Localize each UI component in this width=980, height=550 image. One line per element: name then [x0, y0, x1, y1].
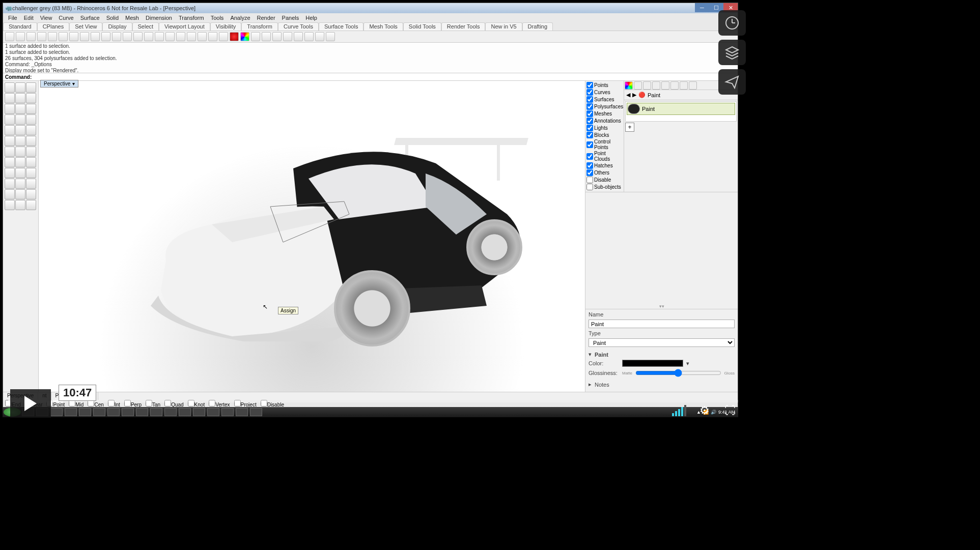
curve-icon[interactable] [26, 104, 36, 114]
filter-annotations[interactable]: Annotations [586, 118, 623, 124]
task-item[interactable] [107, 408, 120, 416]
clock-icon[interactable] [718, 10, 746, 36]
color-swatch[interactable] [622, 360, 683, 367]
extrude-icon[interactable] [5, 125, 15, 135]
settings-gear-icon[interactable]: ⚙ [696, 402, 713, 419]
cut-icon[interactable] [59, 32, 68, 41]
glossiness-slider[interactable] [635, 369, 721, 377]
zoom-icon[interactable] [112, 32, 121, 41]
filter-polysurfaces[interactable]: Polysurfaces [586, 103, 623, 110]
filter-disable[interactable]: Disable [586, 177, 623, 183]
properties-tab-icon[interactable] [634, 81, 642, 90]
solid-icon[interactable] [15, 114, 25, 125]
move-icon[interactable] [5, 157, 15, 167]
block-icon[interactable] [26, 179, 36, 189]
filter-pointclouds[interactable]: Point Clouds [586, 151, 623, 162]
copy-icon[interactable] [48, 32, 57, 41]
display-tab-icon[interactable] [652, 81, 660, 90]
rotate-icon[interactable] [15, 157, 25, 167]
menu-analyze[interactable]: Analyze [227, 15, 253, 21]
paint-icon[interactable] [26, 200, 36, 210]
section-paint-toggle[interactable]: ▾ [589, 351, 592, 358]
filter-points[interactable]: Points [586, 82, 623, 89]
menu-solid[interactable]: Solid [103, 15, 122, 21]
fullscreen-icon[interactable]: ⛶ [722, 402, 738, 419]
menu-dimension[interactable]: Dimension [143, 15, 175, 21]
menu-edit[interactable]: Edit [21, 15, 37, 21]
tab-transform[interactable]: Transform [241, 22, 278, 31]
task-item[interactable] [250, 408, 262, 416]
rotate-view-icon[interactable] [123, 32, 132, 41]
toolbar-icon-30[interactable] [315, 32, 324, 41]
pan-icon[interactable] [101, 32, 110, 41]
split-icon[interactable] [5, 147, 15, 157]
shade-icon[interactable] [176, 32, 185, 41]
menu-surface[interactable]: Surface [77, 15, 103, 21]
menu-curve[interactable]: Curve [55, 15, 76, 21]
tab-visibility[interactable]: Visibility [210, 22, 242, 31]
ungroup-icon[interactable] [15, 189, 25, 199]
render-red-icon[interactable] [230, 32, 239, 41]
filter-hatches[interactable]: Hatches [586, 162, 623, 169]
type-select[interactable]: Paint [589, 338, 735, 347]
tab-curvetools[interactable]: Curve Tools [278, 22, 319, 31]
filter-curves[interactable]: Curves [586, 89, 623, 96]
toolbar-icon-28[interactable] [294, 32, 303, 41]
forward-icon[interactable]: ▶ [632, 92, 636, 98]
trim-icon[interactable] [26, 136, 36, 146]
render-rainbow-icon[interactable] [240, 32, 249, 41]
task-item[interactable] [50, 408, 63, 416]
filter-others[interactable]: Others [586, 169, 623, 176]
grid-icon[interactable] [165, 32, 175, 41]
filter-controlpoints[interactable]: Control Points [586, 139, 623, 150]
tab-rendertools[interactable]: Render Tools [441, 22, 486, 31]
task-item[interactable] [79, 408, 91, 416]
options-icon[interactable] [187, 32, 196, 41]
filter-meshes[interactable]: Meshes [586, 110, 623, 117]
filter-surfaces[interactable]: Surfaces [586, 96, 623, 103]
hide-icon[interactable] [219, 32, 228, 41]
filter-blocks[interactable]: Blocks [586, 132, 623, 138]
hatch-icon[interactable] [15, 179, 25, 189]
dim-icon[interactable] [5, 179, 15, 189]
task-item[interactable] [207, 408, 219, 416]
menu-view[interactable]: View [37, 15, 55, 21]
menu-mesh[interactable]: Mesh [122, 15, 142, 21]
menu-panels[interactable]: Panels [279, 15, 302, 21]
task-item[interactable] [93, 408, 105, 416]
zoom-extents-icon[interactable] [133, 32, 143, 41]
zoom-window-icon[interactable] [144, 32, 153, 41]
surface-icon[interactable] [5, 114, 15, 125]
section-notes-toggle[interactable]: ▸ [589, 381, 592, 388]
minimize-button[interactable]: ─ [695, 3, 709, 12]
back-icon[interactable]: ◀ [626, 92, 630, 98]
task-item[interactable] [236, 408, 248, 416]
task-item[interactable] [136, 408, 148, 416]
tab-drafting[interactable]: Drafting [522, 22, 553, 31]
viewport-label-tab[interactable]: Perspective ▾ [40, 80, 78, 88]
globe-icon[interactable] [272, 32, 282, 41]
tab-newinv5[interactable]: New in V5 [485, 22, 522, 31]
tab-cplanes[interactable]: CPlanes [37, 22, 70, 31]
name-field[interactable] [589, 320, 735, 328]
color-dropdown-icon[interactable]: ▾ [686, 360, 689, 367]
print-icon[interactable] [37, 32, 46, 41]
sphere2-icon[interactable] [262, 32, 271, 41]
layers-tab-icon[interactable] [643, 81, 651, 90]
paste-icon[interactable] [69, 32, 78, 41]
task-item[interactable] [179, 408, 191, 416]
layers-stack-icon[interactable] [718, 40, 746, 65]
toolbar-icon-29[interactable] [304, 32, 314, 41]
menu-file[interactable]: File [5, 15, 20, 21]
revolve-icon[interactable] [15, 125, 25, 135]
task-item[interactable] [221, 408, 234, 416]
offset-icon[interactable] [26, 147, 36, 157]
light-icon[interactable] [208, 32, 217, 41]
new-icon[interactable] [5, 32, 14, 41]
redo-icon[interactable] [91, 32, 100, 41]
tab-select[interactable]: Select [132, 22, 159, 31]
filter-lights[interactable]: Lights [586, 125, 623, 131]
mirror-icon[interactable] [5, 168, 15, 178]
task-item[interactable] [150, 408, 162, 416]
circle-icon[interactable] [26, 93, 36, 103]
